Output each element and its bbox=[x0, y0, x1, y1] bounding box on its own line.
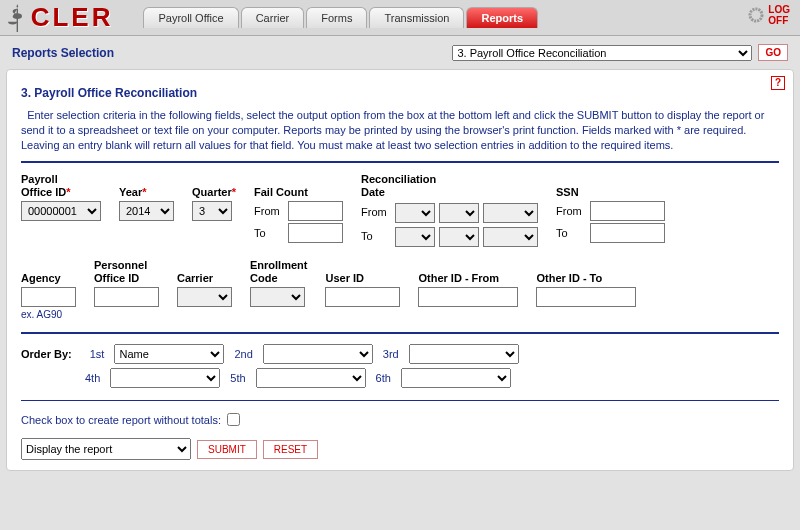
no-totals-row: Check box to create report without total… bbox=[21, 413, 779, 426]
other-id-from-input[interactable] bbox=[418, 287, 518, 307]
order-2[interactable] bbox=[263, 344, 373, 364]
no-totals-label: Check box to create report without total… bbox=[21, 414, 221, 426]
recon-date-field: ReconciliationDate From To bbox=[361, 173, 538, 247]
personnel-office-input[interactable] bbox=[94, 287, 159, 307]
enrollment-code-field: EnrollmentCode bbox=[250, 259, 307, 307]
instructions: Enter selection criteria in the followin… bbox=[21, 108, 779, 153]
recon-from-d[interactable] bbox=[439, 203, 479, 223]
payroll-office-id-field: PayrollOffice ID* 00000001 bbox=[21, 173, 101, 221]
output-select[interactable]: Display the report bbox=[21, 438, 191, 460]
agency-input[interactable] bbox=[21, 287, 76, 307]
carrier-field: Carrier bbox=[177, 259, 232, 307]
gear-icon bbox=[748, 7, 764, 23]
carrier-select[interactable] bbox=[177, 287, 232, 307]
order-1[interactable]: Name bbox=[114, 344, 224, 364]
order-by-row2: 4th 5th 6th bbox=[85, 368, 779, 388]
reports-selection-row: Reports Selection 3. Payroll Office Reco… bbox=[0, 36, 800, 69]
payroll-office-id-select[interactable]: 00000001 bbox=[21, 201, 101, 221]
reset-button[interactable]: RESET bbox=[263, 440, 318, 459]
agency-hint: ex. AG90 bbox=[21, 309, 76, 320]
criteria-row-1: PayrollOffice ID* 00000001 Year* 2014 Qu… bbox=[21, 173, 779, 247]
caduceus-icon bbox=[8, 4, 27, 32]
tab-carrier[interactable]: Carrier bbox=[241, 7, 305, 28]
agency-field: Agency ex. AG90 bbox=[21, 259, 76, 320]
help-icon[interactable]: ? bbox=[771, 76, 785, 90]
year-field: Year* 2014 bbox=[119, 173, 174, 221]
main-tabs: Payroll Office Carrier Forms Transmissio… bbox=[143, 7, 538, 28]
userid-input[interactable] bbox=[325, 287, 400, 307]
ssn-field: SSN From To bbox=[556, 173, 665, 243]
userid-field: User ID bbox=[325, 259, 400, 307]
criteria-row-2: Agency ex. AG90 PersonnelOffice ID Carri… bbox=[21, 259, 779, 320]
tab-transmission[interactable]: Transmission bbox=[369, 7, 464, 28]
logo-text: CLER bbox=[31, 2, 114, 33]
year-select[interactable]: 2014 bbox=[119, 201, 174, 221]
order-3[interactable] bbox=[409, 344, 519, 364]
recon-from-m[interactable] bbox=[395, 203, 435, 223]
other-id-to-input[interactable] bbox=[536, 287, 636, 307]
quarter-field: Quarter* 3 bbox=[192, 173, 236, 221]
recon-to-m[interactable] bbox=[395, 227, 435, 247]
order-by-row: Order By: 1stName 2nd 3rd bbox=[21, 344, 779, 364]
app-logo: CLER bbox=[8, 2, 113, 33]
tab-reports[interactable]: Reports bbox=[466, 7, 538, 28]
ssn-from-input[interactable] bbox=[590, 201, 665, 221]
divider-3 bbox=[21, 400, 779, 401]
recon-from-y[interactable] bbox=[483, 203, 538, 223]
recon-to-d[interactable] bbox=[439, 227, 479, 247]
top-bar: CLER Payroll Office Carrier Forms Transm… bbox=[0, 0, 800, 36]
order-by-title: Order By: bbox=[21, 348, 72, 360]
order-4[interactable] bbox=[110, 368, 220, 388]
other-id-from-field: Other ID - From bbox=[418, 259, 518, 307]
divider-2 bbox=[21, 332, 779, 334]
fail-from-input[interactable] bbox=[288, 201, 343, 221]
tab-payroll-office[interactable]: Payroll Office bbox=[143, 7, 238, 28]
report-dropdown[interactable]: 3. Payroll Office Reconciliation bbox=[452, 45, 752, 61]
svg-point-0 bbox=[750, 9, 762, 21]
actions-row: Display the report SUBMIT RESET bbox=[21, 438, 779, 460]
logoff-button[interactable]: LOGOFF bbox=[748, 4, 790, 26]
fail-count-field: Fail Count From To bbox=[254, 173, 343, 243]
order-6[interactable] bbox=[401, 368, 511, 388]
go-button[interactable]: GO bbox=[758, 44, 788, 61]
divider bbox=[21, 161, 779, 163]
report-panel: ? 3. Payroll Office Reconciliation Enter… bbox=[6, 69, 794, 471]
report-title: 3. Payroll Office Reconciliation bbox=[21, 86, 779, 100]
tab-forms[interactable]: Forms bbox=[306, 7, 367, 28]
no-totals-checkbox[interactable] bbox=[227, 413, 240, 426]
submit-button[interactable]: SUBMIT bbox=[197, 440, 257, 459]
order-5[interactable] bbox=[256, 368, 366, 388]
selection-title: Reports Selection bbox=[12, 46, 114, 60]
other-id-to-field: Other ID - To bbox=[536, 259, 636, 307]
quarter-select[interactable]: 3 bbox=[192, 201, 232, 221]
recon-to-y[interactable] bbox=[483, 227, 538, 247]
ssn-to-input[interactable] bbox=[590, 223, 665, 243]
enrollment-select[interactable] bbox=[250, 287, 305, 307]
fail-to-input[interactable] bbox=[288, 223, 343, 243]
personnel-office-field: PersonnelOffice ID bbox=[94, 259, 159, 307]
